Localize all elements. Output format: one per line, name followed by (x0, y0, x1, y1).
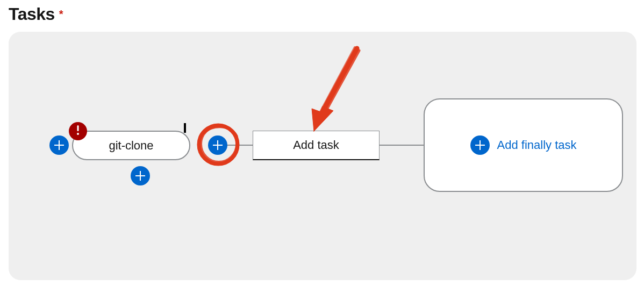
text-caret (184, 123, 186, 133)
svg-rect-0 (77, 125, 79, 131)
exclamation-icon (76, 124, 80, 138)
add-finally-task-button[interactable]: Add finally task (470, 135, 577, 155)
required-asterisk: * (59, 9, 63, 19)
svg-point-1 (77, 133, 79, 135)
plus-icon (470, 135, 490, 155)
plus-icon (135, 170, 146, 181)
plus-icon (54, 140, 65, 151)
task-error-badge[interactable] (69, 122, 87, 140)
add-task-input[interactable]: Add task (253, 131, 380, 160)
connector-line (379, 145, 425, 146)
add-parallel-button[interactable] (131, 166, 150, 185)
add-finally-task-label: Add finally task (497, 138, 577, 152)
plus-icon (212, 140, 223, 151)
add-sequential-before-button[interactable] (49, 135, 69, 155)
add-task-label: Add task (293, 138, 339, 152)
finally-task-container: Add finally task (424, 98, 623, 192)
task-node-git-clone[interactable]: git-clone (72, 131, 190, 160)
task-node-label: git-clone (109, 139, 153, 153)
pipeline-canvas[interactable]: git-clone (9, 32, 636, 280)
arrow-annotation (299, 45, 374, 137)
add-sequential-after-button[interactable] (208, 135, 227, 155)
tasks-title-text: Tasks (9, 4, 55, 24)
tasks-section-title: Tasks * (9, 4, 635, 24)
